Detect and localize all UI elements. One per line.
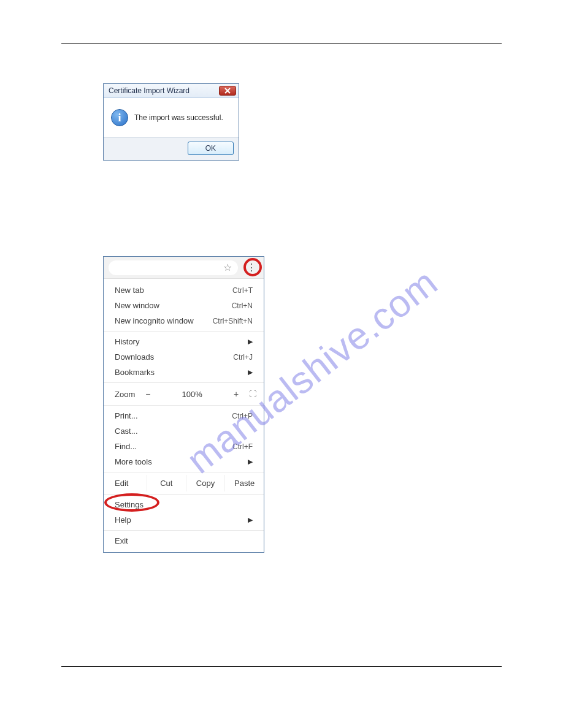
menu-exit[interactable]: Exit — [104, 533, 264, 548]
menu-new-incognito[interactable]: New incognito window Ctrl+Shift+N — [104, 313, 264, 328]
menu-history[interactable]: History ▶ — [104, 334, 264, 349]
close-icon — [224, 88, 231, 94]
chevron-right-icon: ▶ — [248, 458, 253, 466]
dialog-titlebar: Certificate Import Wizard — [104, 84, 239, 98]
address-bar[interactable]: ☆ — [109, 260, 238, 275]
certificate-import-dialog: Certificate Import Wizard i The import w… — [103, 83, 239, 161]
edit-cut-button[interactable]: Cut — [147, 475, 186, 491]
zoom-value: 100% — [161, 390, 223, 399]
menu-new-tab[interactable]: New tab Ctrl+T — [104, 282, 264, 298]
highlight-circle — [243, 258, 262, 276]
bookmark-star-icon[interactable]: ☆ — [223, 262, 232, 273]
dialog-title: Certificate Import Wizard — [109, 86, 190, 95]
info-icon: i — [111, 109, 128, 126]
chrome-menu-screenshot: ☆ ⋮ New tab Ctrl+T New window Ctrl+N New… — [103, 256, 264, 553]
edit-paste-button[interactable]: Paste — [224, 475, 264, 491]
menu-downloads[interactable]: Downloads Ctrl+J — [104, 349, 264, 365]
edit-copy-button[interactable]: Copy — [186, 475, 225, 491]
ok-button[interactable]: OK — [188, 142, 234, 155]
highlight-circle — [104, 493, 159, 512]
chevron-right-icon: ▶ — [248, 338, 253, 346]
chrome-menu: New tab Ctrl+T New window Ctrl+N New inc… — [104, 279, 264, 552]
menu-edit-row: Edit Cut Copy Paste — [104, 475, 264, 491]
menu-bookmarks[interactable]: Bookmarks ▶ — [104, 365, 264, 380]
dialog-message: The import was successful. — [134, 113, 223, 122]
chrome-menu-button[interactable]: ⋮ — [244, 260, 259, 275]
menu-print[interactable]: Print... Ctrl+P — [104, 408, 264, 423]
browser-toolbar: ☆ ⋮ — [104, 257, 264, 279]
menu-more-tools[interactable]: More tools ▶ — [104, 454, 264, 469]
chevron-right-icon: ▶ — [248, 516, 253, 524]
menu-new-window[interactable]: New window Ctrl+N — [104, 298, 264, 313]
menu-find[interactable]: Find... Ctrl+F — [104, 439, 264, 454]
menu-cast[interactable]: Cast... — [104, 423, 264, 439]
fullscreen-icon[interactable]: ⛶ — [249, 390, 256, 398]
menu-zoom: Zoom − 100% + ⛶ — [104, 385, 264, 403]
zoom-out-button[interactable]: − — [144, 389, 152, 399]
zoom-in-button[interactable]: + — [232, 389, 240, 399]
chevron-right-icon: ▶ — [248, 368, 253, 376]
close-button[interactable] — [219, 86, 236, 96]
menu-help[interactable]: Help ▶ — [104, 512, 264, 528]
